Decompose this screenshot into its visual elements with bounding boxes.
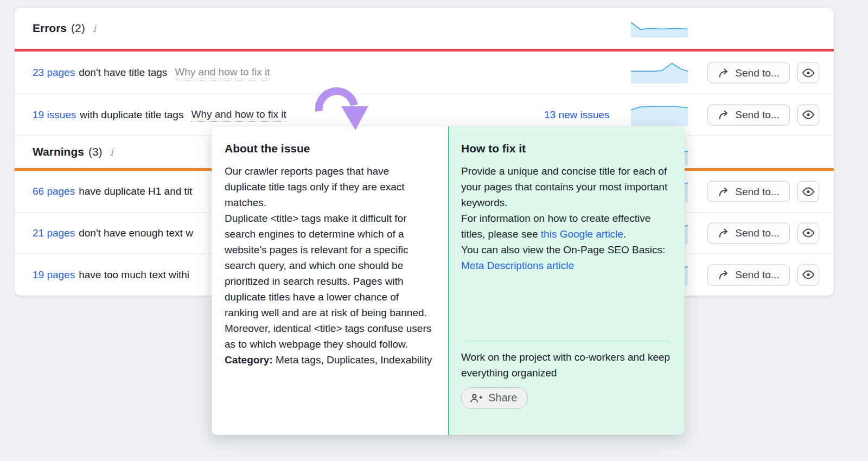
send-arrow-icon: [718, 110, 730, 120]
hide-issue-button[interactable]: [797, 62, 819, 84]
issue-text: don't have title tags: [79, 67, 167, 79]
issue-text: have too much text withi: [79, 269, 189, 281]
about-paragraph: Duplicate <title> tags make it difficult…: [225, 210, 433, 321]
info-icon[interactable]: i: [93, 22, 96, 34]
send-arrow-icon: [718, 228, 730, 239]
issue-text: with duplicate title tags: [80, 109, 183, 121]
send-to-label: Send to...: [735, 185, 779, 197]
about-the-issue-panel: About the issue Our crawler reports page…: [212, 126, 449, 435]
send-to-label: Send to...: [735, 109, 779, 121]
fix-text: You can also view the On-Page SEO Basics…: [461, 244, 665, 255]
send-to-label: Send to...: [735, 269, 779, 281]
divider: [463, 342, 669, 342]
errors-title: Errors: [33, 22, 67, 35]
meta-descriptions-article-link[interactable]: Meta Descriptions article: [461, 260, 574, 271]
issue-count-link[interactable]: 19 issues: [33, 109, 76, 121]
issue-count-link[interactable]: 23 pages: [33, 67, 75, 79]
fix-text: .: [623, 228, 626, 240]
send-to-button[interactable]: Send to...: [707, 222, 790, 244]
send-arrow-icon: [718, 186, 730, 197]
category-label: Category:: [225, 354, 273, 366]
eye-icon: [802, 67, 815, 78]
warnings-title: Warnings: [33, 145, 84, 158]
errors-count: (2): [71, 22, 85, 35]
about-title: About the issue: [225, 141, 433, 156]
issue-row-title-tags: 23 pages don't have title tags Why and h…: [15, 52, 834, 94]
issue-count-link[interactable]: 19 pages: [33, 269, 75, 281]
info-icon[interactable]: i: [110, 146, 113, 158]
eye-icon: [802, 186, 815, 197]
person-add-icon: [470, 393, 483, 404]
errors-trend-sparkline: [631, 21, 688, 37]
eye-icon: [802, 228, 815, 239]
why-how-to-fix-link[interactable]: Why and how to fix it: [175, 66, 270, 79]
new-issues-link[interactable]: 13 new issues: [544, 109, 609, 121]
hide-issue-button[interactable]: [797, 104, 819, 125]
category-value: Meta tags, Duplicates, Indexability: [273, 354, 432, 366]
errors-section-header: Errors (2) i: [15, 8, 834, 49]
about-paragraph: Moreover, identical <title> tags confuse…: [225, 321, 433, 352]
send-to-button[interactable]: Send to...: [707, 264, 790, 285]
share-promo-text: Work on the project with co-workers and …: [461, 349, 672, 381]
send-to-button[interactable]: Send to...: [707, 104, 790, 125]
issue-text: don't have enough text w: [79, 227, 193, 239]
warnings-count: (3): [88, 145, 103, 158]
google-article-link[interactable]: this Google article: [541, 228, 623, 240]
eye-icon: [802, 110, 815, 120]
eye-icon: [802, 270, 815, 280]
issue-trend-sparkline: [631, 104, 688, 126]
issue-text: have duplicate H1 and tit: [79, 185, 192, 197]
why-how-to-fix-link-active[interactable]: Why and how to fix it: [191, 108, 286, 121]
send-to-button[interactable]: Send to...: [707, 62, 790, 84]
send-to-button[interactable]: Send to...: [707, 181, 790, 202]
category-line: Category: Meta tags, Duplicates, Indexab…: [225, 352, 433, 368]
issue-details-popup: About the issue Our crawler reports page…: [212, 126, 685, 435]
send-arrow-icon: [718, 270, 730, 280]
issue-count-link[interactable]: 21 pages: [33, 227, 75, 239]
hide-issue-button[interactable]: [797, 264, 819, 285]
send-arrow-icon: [718, 67, 730, 78]
hide-issue-button[interactable]: [797, 222, 819, 244]
about-paragraph: Our crawler reports pages that have dupl…: [225, 163, 433, 210]
share-button[interactable]: Share: [461, 387, 528, 409]
send-to-label: Send to...: [735, 67, 779, 79]
how-to-fix-panel: How to fix it Provide a unique and conci…: [449, 126, 685, 435]
issue-trend-sparkline: [631, 62, 688, 84]
hide-issue-button[interactable]: [797, 181, 819, 202]
fix-title: How to fix it: [461, 141, 672, 156]
fix-paragraph: You can also view the On-Page SEO Basics…: [461, 242, 672, 273]
issue-count-link[interactable]: 66 pages: [33, 185, 75, 197]
fix-paragraph: Provide a unique and concise title for e…: [461, 163, 672, 210]
fix-paragraph: For information on how to create effecti…: [461, 210, 672, 242]
share-label: Share: [488, 392, 517, 404]
send-to-label: Send to...: [735, 227, 779, 239]
